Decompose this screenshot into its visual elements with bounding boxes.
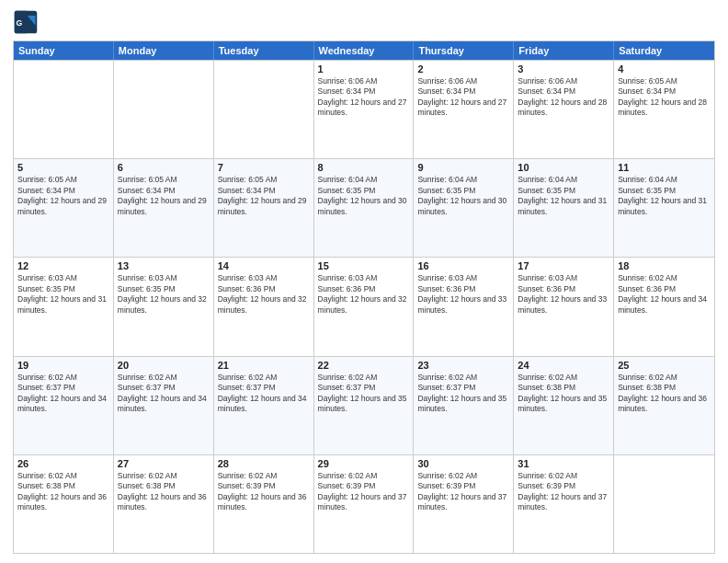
day-cell-1: 1Sunrise: 6:06 AM Sunset: 6:34 PM Daylig… bbox=[314, 61, 415, 158]
header-day-wednesday: Wednesday bbox=[314, 41, 415, 60]
day-number: 11 bbox=[618, 162, 711, 173]
day-number: 13 bbox=[118, 260, 210, 271]
day-number: 20 bbox=[118, 360, 210, 371]
day-info: Sunrise: 6:02 AM Sunset: 6:39 PM Dayligh… bbox=[318, 471, 410, 513]
day-number: 16 bbox=[417, 260, 509, 271]
empty-cell bbox=[214, 61, 314, 158]
day-cell-10: 10Sunrise: 6:04 AM Sunset: 6:35 PM Dayli… bbox=[514, 159, 614, 257]
day-info: Sunrise: 6:02 AM Sunset: 6:38 PM Dayligh… bbox=[518, 373, 609, 415]
day-number: 10 bbox=[518, 162, 609, 173]
calendar-week-1: 1Sunrise: 6:06 AM Sunset: 6:34 PM Daylig… bbox=[14, 60, 714, 158]
day-info: Sunrise: 6:04 AM Sunset: 6:35 PM Dayligh… bbox=[318, 175, 410, 217]
day-cell-25: 25Sunrise: 6:02 AM Sunset: 6:38 PM Dayli… bbox=[614, 357, 714, 454]
day-cell-11: 11Sunrise: 6:04 AM Sunset: 6:35 PM Dayli… bbox=[614, 159, 714, 257]
empty-cell bbox=[614, 455, 714, 553]
header-day-friday: Friday bbox=[514, 41, 614, 60]
day-info: Sunrise: 6:02 AM Sunset: 6:36 PM Dayligh… bbox=[618, 273, 711, 316]
day-cell-24: 24Sunrise: 6:02 AM Sunset: 6:38 PM Dayli… bbox=[514, 357, 614, 454]
day-info: Sunrise: 6:04 AM Sunset: 6:35 PM Dayligh… bbox=[618, 175, 711, 217]
day-cell-5: 5Sunrise: 6:05 AM Sunset: 6:34 PM Daylig… bbox=[14, 159, 114, 257]
day-number: 7 bbox=[218, 162, 310, 173]
day-cell-9: 9Sunrise: 6:04 AM Sunset: 6:35 PM Daylig… bbox=[414, 159, 514, 257]
day-info: Sunrise: 6:03 AM Sunset: 6:36 PM Dayligh… bbox=[417, 273, 509, 316]
day-cell-31: 31Sunrise: 6:02 AM Sunset: 6:39 PM Dayli… bbox=[514, 455, 614, 553]
day-info: Sunrise: 6:02 AM Sunset: 6:39 PM Dayligh… bbox=[518, 471, 609, 513]
calendar: SundayMondayTuesdayWednesdayThursdayFrid… bbox=[13, 40, 715, 554]
day-number: 30 bbox=[417, 458, 509, 469]
day-cell-30: 30Sunrise: 6:02 AM Sunset: 6:39 PM Dayli… bbox=[414, 455, 514, 553]
day-cell-26: 26Sunrise: 6:02 AM Sunset: 6:38 PM Dayli… bbox=[14, 455, 114, 553]
day-cell-3: 3Sunrise: 6:06 AM Sunset: 6:34 PM Daylig… bbox=[514, 61, 614, 158]
day-number: 4 bbox=[618, 63, 711, 75]
day-number: 1 bbox=[318, 63, 410, 75]
day-cell-20: 20Sunrise: 6:02 AM Sunset: 6:37 PM Dayli… bbox=[114, 357, 214, 454]
day-number: 6 bbox=[118, 162, 210, 173]
day-cell-22: 22Sunrise: 6:02 AM Sunset: 6:37 PM Dayli… bbox=[314, 357, 415, 454]
calendar-week-3: 12Sunrise: 6:03 AM Sunset: 6:35 PM Dayli… bbox=[14, 257, 714, 355]
day-number: 5 bbox=[17, 162, 109, 173]
empty-cell bbox=[114, 61, 214, 158]
logo-icon: G bbox=[13, 9, 39, 35]
svg-text:G: G bbox=[17, 18, 23, 28]
day-number: 14 bbox=[218, 260, 310, 271]
day-number: 28 bbox=[218, 458, 310, 469]
day-cell-21: 21Sunrise: 6:02 AM Sunset: 6:37 PM Dayli… bbox=[214, 357, 314, 454]
day-info: Sunrise: 6:04 AM Sunset: 6:35 PM Dayligh… bbox=[417, 175, 509, 217]
day-info: Sunrise: 6:06 AM Sunset: 6:34 PM Dayligh… bbox=[417, 76, 509, 119]
day-number: 21 bbox=[218, 360, 310, 371]
day-cell-2: 2Sunrise: 6:06 AM Sunset: 6:34 PM Daylig… bbox=[414, 61, 514, 158]
day-number: 19 bbox=[17, 360, 109, 371]
day-info: Sunrise: 6:02 AM Sunset: 6:37 PM Dayligh… bbox=[318, 373, 410, 415]
day-info: Sunrise: 6:03 AM Sunset: 6:36 PM Dayligh… bbox=[318, 273, 410, 316]
day-cell-7: 7Sunrise: 6:05 AM Sunset: 6:34 PM Daylig… bbox=[214, 159, 314, 257]
day-cell-28: 28Sunrise: 6:02 AM Sunset: 6:39 PM Dayli… bbox=[214, 455, 314, 553]
day-number: 17 bbox=[518, 260, 609, 271]
day-info: Sunrise: 6:03 AM Sunset: 6:35 PM Dayligh… bbox=[17, 273, 109, 316]
header-day-monday: Monday bbox=[114, 41, 214, 60]
logo: G bbox=[13, 9, 42, 35]
day-info: Sunrise: 6:06 AM Sunset: 6:34 PM Dayligh… bbox=[318, 76, 410, 119]
header: G bbox=[13, 9, 715, 35]
day-number: 25 bbox=[618, 360, 711, 371]
day-cell-29: 29Sunrise: 6:02 AM Sunset: 6:39 PM Dayli… bbox=[314, 455, 415, 553]
day-cell-15: 15Sunrise: 6:03 AM Sunset: 6:36 PM Dayli… bbox=[314, 258, 415, 355]
day-cell-6: 6Sunrise: 6:05 AM Sunset: 6:34 PM Daylig… bbox=[114, 159, 214, 257]
day-info: Sunrise: 6:02 AM Sunset: 6:37 PM Dayligh… bbox=[118, 373, 210, 415]
calendar-week-2: 5Sunrise: 6:05 AM Sunset: 6:34 PM Daylig… bbox=[14, 158, 714, 257]
day-info: Sunrise: 6:06 AM Sunset: 6:34 PM Dayligh… bbox=[518, 76, 609, 119]
day-info: Sunrise: 6:02 AM Sunset: 6:39 PM Dayligh… bbox=[218, 471, 310, 513]
day-number: 18 bbox=[618, 260, 711, 271]
day-number: 15 bbox=[318, 260, 410, 271]
day-number: 29 bbox=[318, 458, 410, 469]
day-cell-23: 23Sunrise: 6:02 AM Sunset: 6:37 PM Dayli… bbox=[414, 357, 514, 454]
day-info: Sunrise: 6:02 AM Sunset: 6:38 PM Dayligh… bbox=[618, 373, 711, 415]
day-number: 3 bbox=[518, 63, 609, 75]
day-number: 31 bbox=[518, 458, 609, 469]
day-number: 12 bbox=[17, 260, 109, 271]
header-day-saturday: Saturday bbox=[614, 41, 714, 60]
header-day-sunday: Sunday bbox=[14, 41, 114, 60]
day-number: 23 bbox=[417, 360, 509, 371]
day-info: Sunrise: 6:02 AM Sunset: 6:37 PM Dayligh… bbox=[417, 373, 509, 415]
day-cell-8: 8Sunrise: 6:04 AM Sunset: 6:35 PM Daylig… bbox=[314, 159, 415, 257]
day-info: Sunrise: 6:05 AM Sunset: 6:34 PM Dayligh… bbox=[618, 76, 711, 119]
day-cell-4: 4Sunrise: 6:05 AM Sunset: 6:34 PM Daylig… bbox=[614, 61, 714, 158]
day-info: Sunrise: 6:02 AM Sunset: 6:37 PM Dayligh… bbox=[17, 373, 109, 415]
day-info: Sunrise: 6:05 AM Sunset: 6:34 PM Dayligh… bbox=[118, 175, 210, 217]
day-number: 8 bbox=[318, 162, 410, 173]
calendar-week-4: 19Sunrise: 6:02 AM Sunset: 6:37 PM Dayli… bbox=[14, 356, 714, 454]
day-cell-27: 27Sunrise: 6:02 AM Sunset: 6:38 PM Dayli… bbox=[114, 455, 214, 553]
day-cell-19: 19Sunrise: 6:02 AM Sunset: 6:37 PM Dayli… bbox=[14, 357, 114, 454]
day-info: Sunrise: 6:05 AM Sunset: 6:34 PM Dayligh… bbox=[17, 175, 109, 217]
day-cell-18: 18Sunrise: 6:02 AM Sunset: 6:36 PM Dayli… bbox=[614, 258, 714, 355]
calendar-week-5: 26Sunrise: 6:02 AM Sunset: 6:38 PM Dayli… bbox=[14, 454, 714, 553]
day-number: 24 bbox=[518, 360, 609, 371]
day-cell-16: 16Sunrise: 6:03 AM Sunset: 6:36 PM Dayli… bbox=[414, 258, 514, 355]
header-day-thursday: Thursday bbox=[414, 41, 514, 60]
day-cell-14: 14Sunrise: 6:03 AM Sunset: 6:36 PM Dayli… bbox=[214, 258, 314, 355]
day-number: 2 bbox=[417, 63, 509, 75]
day-number: 26 bbox=[17, 458, 109, 469]
day-info: Sunrise: 6:02 AM Sunset: 6:38 PM Dayligh… bbox=[17, 471, 109, 513]
day-number: 27 bbox=[118, 458, 210, 469]
day-info: Sunrise: 6:02 AM Sunset: 6:38 PM Dayligh… bbox=[118, 471, 210, 513]
